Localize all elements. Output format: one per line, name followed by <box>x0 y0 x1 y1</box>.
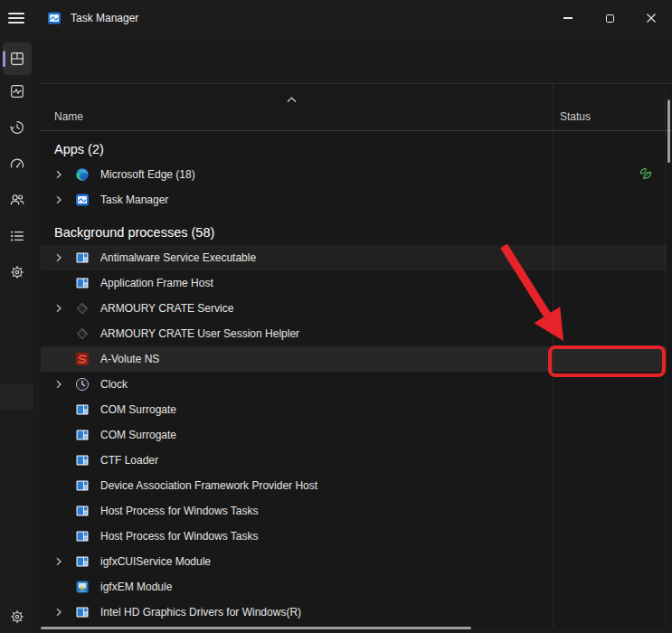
sidebar-item-startup-apps[interactable] <box>3 147 32 180</box>
exe-icon <box>75 453 90 468</box>
process-row[interactable]: Application Frame Host <box>41 270 667 296</box>
exe-icon <box>75 478 90 493</box>
sidebar-row-glow <box>0 383 33 410</box>
avolute-icon <box>75 352 90 366</box>
process-row[interactable]: ARMOURY CRATE Service <box>41 296 667 321</box>
vertical-scrollbar-thumb[interactable] <box>667 99 670 163</box>
expand-chevron-icon[interactable] <box>53 380 64 389</box>
exe-icon <box>75 605 90 619</box>
sidebar-item-users[interactable] <box>3 184 32 216</box>
expand-chevron-icon[interactable] <box>53 195 64 204</box>
task-manager-app-icon <box>47 11 62 25</box>
minimize-button[interactable] <box>547 0 589 36</box>
task-manager-window: Task Manager <box>0 0 672 633</box>
process-name: ARMOURY CRATE Service <box>100 302 233 315</box>
expand-chevron-icon[interactable] <box>53 170 64 179</box>
horizontal-scrollbar-thumb[interactable] <box>41 627 471 629</box>
process-name: COM Surrogate <box>100 429 176 441</box>
table-header: Name Status <box>41 83 672 131</box>
sidebar-item-settings[interactable] <box>3 600 32 633</box>
expand-chevron-icon[interactable] <box>53 304 64 313</box>
column-header-status[interactable]: Status <box>560 110 591 123</box>
process-name: igfxCUIService Module <box>100 555 211 568</box>
process-row[interactable]: Task Manager <box>41 187 667 213</box>
users-icon <box>9 192 25 208</box>
services-gear-icon <box>9 264 25 280</box>
process-name: A-Volute NS <box>100 353 159 365</box>
process-row[interactable]: COM Surrogate <box>41 422 667 448</box>
process-row[interactable]: Microsoft Edge (18) <box>41 162 667 187</box>
process-row[interactable]: Device Association Framework Provider Ho… <box>41 473 667 498</box>
process-name: Host Process for Windows Tasks <box>100 505 259 517</box>
processes-grid-icon <box>9 51 25 67</box>
process-row[interactable]: Clock <box>41 372 667 397</box>
sidebar-item-performance[interactable] <box>3 75 32 108</box>
exe-icon <box>75 402 90 417</box>
navigation-menu-icon[interactable] <box>8 10 26 26</box>
process-name: Host Process for Windows Tasks <box>100 530 259 543</box>
process-name: igfxEM Module <box>100 581 172 593</box>
process-row[interactable]: Host Process for Windows Tasks <box>41 498 667 524</box>
process-name: Device Association Framework Provider Ho… <box>100 479 317 492</box>
expand-chevron-icon[interactable] <box>53 253 64 262</box>
armoury-icon <box>75 301 90 316</box>
sidebar <box>0 36 33 633</box>
window-title: Task Manager <box>71 0 138 36</box>
startup-gauge-icon <box>9 156 25 172</box>
sidebar-item-app-history[interactable] <box>3 111 32 144</box>
process-name: Clock <box>100 378 128 391</box>
process-name: COM Surrogate <box>100 403 176 416</box>
process-group-header[interactable]: Background processes (58) <box>41 220 672 245</box>
process-row[interactable]: COM Surrogate <box>41 397 667 422</box>
process-name: ARMOURY CRATE User Session Helpler <box>100 327 299 340</box>
process-name: Intel HD Graphics Drivers for Windows(R) <box>100 606 301 619</box>
sidebar-item-processes[interactable] <box>3 43 32 75</box>
sidebar-item-details[interactable] <box>3 220 32 252</box>
title-bar: Task Manager <box>0 0 672 36</box>
process-row[interactable]: igfxCUIService Module <box>41 549 667 574</box>
expand-chevron-icon[interactable] <box>53 557 64 566</box>
details-list-icon <box>9 228 25 244</box>
process-row[interactable]: Intel HD Graphics Drivers for Windows(R) <box>41 600 667 625</box>
process-row[interactable]: A-Volute NS <box>41 346 667 372</box>
process-name: Task Manager <box>100 194 168 206</box>
process-name: Antimalware Service Executable <box>100 251 256 264</box>
armoury-icon <box>75 326 90 341</box>
process-list: Apps (2)Microsoft Edge (18)Task ManagerB… <box>41 131 672 628</box>
maximize-button[interactable] <box>589 0 630 36</box>
column-divider[interactable] <box>553 83 554 628</box>
status-column-end-divider <box>665 83 666 628</box>
exe-icon <box>75 504 90 518</box>
exe-icon <box>75 250 90 265</box>
main-content: Processes Run new task End task Efficien… <box>33 36 672 633</box>
exe-icon <box>75 529 90 543</box>
process-name: Microsoft Edge (18) <box>100 168 195 181</box>
process-row[interactable]: ARMOURY CRATE User Session Helpler <box>41 321 667 346</box>
close-button[interactable] <box>630 0 672 36</box>
exe-icon <box>75 554 90 569</box>
clock-icon <box>75 377 90 392</box>
sidebar-item-services[interactable] <box>3 256 32 288</box>
column-header-name[interactable]: Name <box>54 110 83 123</box>
process-row[interactable]: Host Process for Windows Tasks <box>41 524 667 549</box>
exe-icon <box>75 428 90 442</box>
efficiency-mode-status-leaf-icon <box>638 166 654 183</box>
process-row[interactable]: igfxEM Module <box>41 574 667 600</box>
process-name: Application Frame Host <box>100 277 213 289</box>
edge-icon <box>75 167 90 182</box>
settings-gear-icon <box>9 609 25 625</box>
expand-chevron-icon[interactable] <box>53 608 64 617</box>
history-clock-icon <box>9 119 25 136</box>
performance-pulse-icon <box>9 83 25 99</box>
exe-icon <box>75 276 90 290</box>
process-name: CTF Loader <box>100 454 158 467</box>
igfx-icon <box>75 580 90 594</box>
taskmgr-icon <box>75 193 90 207</box>
process-row[interactable]: Antimalware Service Executable <box>41 245 667 270</box>
process-group-header[interactable]: Apps (2) <box>41 137 672 162</box>
selected-accent-bar <box>3 51 5 67</box>
process-row[interactable]: CTF Loader <box>41 448 667 473</box>
sort-ascending-caret-icon <box>287 90 297 107</box>
